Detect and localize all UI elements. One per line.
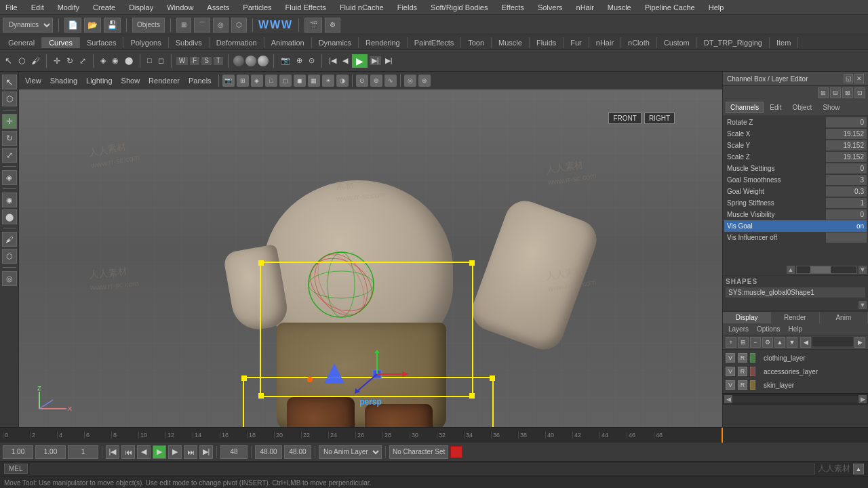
step-fwd-btn[interactable]: ▶| [370,56,381,65]
dynamics-dropdown[interactable]: Dynamics [3,18,53,33]
menu-particles[interactable]: Particles [240,3,274,12]
sculpt-btn[interactable]: ⬤ [123,56,135,65]
vp-panels-menu[interactable]: Panels [185,75,215,86]
smooth-med-icon[interactable] [245,56,256,66]
vp-icon-ik[interactable]: ⊕ [370,75,382,87]
layer-r-clothing[interactable]: R [738,353,747,363]
display-btn3[interactable]: S [201,57,212,65]
scale-tool-lt[interactable]: ⤢ [2,148,17,163]
layer-icon-scroll-left[interactable]: ◀ [800,337,811,348]
scale-tool-btn[interactable]: ⤢ [77,56,88,66]
layer-tab-display[interactable]: Display [723,312,771,323]
ch-label-spring-stiffness[interactable]: Spring Stiffness [724,199,826,207]
tab-muscle[interactable]: Muscle [492,37,530,48]
manip-lt[interactable]: ◈ [2,170,17,185]
lasso-tool-btn[interactable]: ⬡ [16,56,27,66]
layer-icon-new2[interactable]: ⊞ [738,337,749,348]
layer-tab-render[interactable]: Render [771,312,819,323]
tab-toon[interactable]: Toon [461,37,492,48]
cb-icon3[interactable]: ⊠ [842,87,853,98]
component-mode-btn[interactable]: ◻ [156,56,166,65]
track-btn[interactable]: ⊕ [294,56,304,65]
layer-opt-layers[interactable]: Layers [726,325,751,333]
vp-lighting-menu[interactable]: Lighting [83,75,116,86]
display-btn4[interactable]: T [214,57,223,65]
menu-display[interactable]: Display [126,3,156,12]
no-char-set-button[interactable]: No Character Set [389,445,448,459]
smooth-high-icon[interactable] [258,56,269,66]
right-cam-btn[interactable]: RIGHT [644,113,675,124]
tab-rendering[interactable]: Rendering [359,37,408,48]
ch-value-goal-smoothness[interactable] [826,175,867,185]
range-start-input[interactable] [68,445,98,459]
layer-icon-options[interactable]: ⚙ [762,337,773,348]
step-back-btn[interactable]: ◀ [340,56,350,65]
ch-label-muscle-settings[interactable]: Muscle Settings [724,165,826,172]
layer-icon-delete[interactable]: − [750,337,761,348]
menu-pipeline-cache[interactable]: Pipeline Cache [642,3,698,12]
ch-value-spring-stiffness[interactable] [826,198,867,208]
dolly-btn[interactable]: ⊙ [307,56,317,65]
front-cam-btn[interactable]: FRONT [608,113,641,124]
layer-scroll-right-btn[interactable]: ▶ [859,395,867,403]
lasso-lt[interactable]: ⬡ [2,92,17,106]
ch-value-muscle-settings[interactable] [826,163,867,174]
tab-fluids[interactable]: Fluids [530,37,564,48]
ch-value-vis-goal[interactable] [826,221,867,231]
object-mode-btn[interactable]: □ [145,56,154,65]
mel-label[interactable]: MEL [4,464,28,474]
tab-animation[interactable]: Animation [264,37,312,48]
anim-layer-select[interactable]: No Anim Layer [319,445,382,459]
menu-window[interactable]: Window [164,3,196,12]
layer-v-accessories[interactable]: V [726,367,735,376]
menu-fields[interactable]: Fields [395,3,420,12]
vp-renderer-menu[interactable]: Renderer [145,75,183,86]
ch-value-rotatez[interactable] [826,117,867,127]
go-start-btn[interactable]: |◀ [327,56,338,65]
cb-scroll-up[interactable]: ▲ [787,266,795,274]
menu-solvers[interactable]: Solvers [535,3,566,12]
step-back-playback[interactable]: ◀ [137,445,151,459]
select-tool-lt[interactable]: ↖ [2,75,17,89]
vp-icon-curves[interactable]: ∿ [384,75,397,87]
menu-help[interactable]: Help [706,3,727,12]
snap-point-button[interactable]: ◎ [213,18,229,33]
next-key-btn[interactable]: ⏭ [184,445,197,459]
vp-icon-joints[interactable]: ⊙ [356,75,368,87]
tab-dt-trp-rigging[interactable]: DT_TRP_Rigging [697,37,770,48]
menu-muscle[interactable]: Muscle [605,3,634,12]
snap-surface-button[interactable]: ⬡ [231,18,247,33]
render-lt[interactable]: ⬡ [2,249,17,264]
mel-input[interactable] [31,464,815,474]
render-settings-button[interactable]: ⚙ [325,18,340,33]
display-btn2[interactable]: F [190,57,199,65]
vp-icon-solid[interactable]: ◼ [294,75,306,87]
ch-label-goal-weight[interactable]: Goal Weight [724,188,826,195]
move-tool-btn[interactable]: ✛ [52,56,62,66]
tab-polygons[interactable]: Polygons [123,37,168,48]
layer-icon-new[interactable]: + [726,337,736,348]
tab-ncloth[interactable]: nCloth [621,37,657,48]
cb-tab-object[interactable]: Object [788,102,817,113]
ch-label-scaley[interactable]: Scale Y [724,142,826,149]
cb-float-btn[interactable]: ◱ [844,74,853,83]
tab-dynamics[interactable]: Dynamics [312,37,359,48]
shapes-scroll-down[interactable]: ▼ [859,301,867,309]
tab-surfaces[interactable]: Surfaces [80,37,123,48]
vp-icon-box[interactable]: □ [265,75,277,87]
menu-nhair[interactable]: nHair [574,3,597,12]
layer-r-skin[interactable]: R [738,380,747,390]
tab-nhair[interactable]: nHair [589,37,621,48]
paint-select-btn[interactable]: 🖌 [29,56,41,66]
ch-value-scalez[interactable] [826,152,867,162]
tab-item[interactable]: Item [770,37,798,48]
playback-speed-input[interactable] [35,445,66,459]
layer-v-skin[interactable]: V [726,380,735,390]
vp-icon-grid[interactable]: ⊞ [237,75,249,87]
cb-icon1[interactable]: ⊞ [818,87,829,98]
snap-grid-button[interactable]: ⊞ [176,18,191,33]
vp-icon-light[interactable]: ☀ [322,75,334,87]
layer-icon-up[interactable]: ▲ [774,337,785,348]
vp-show-menu[interactable]: Show [118,75,144,86]
layer-hscroll[interactable] [732,396,859,403]
